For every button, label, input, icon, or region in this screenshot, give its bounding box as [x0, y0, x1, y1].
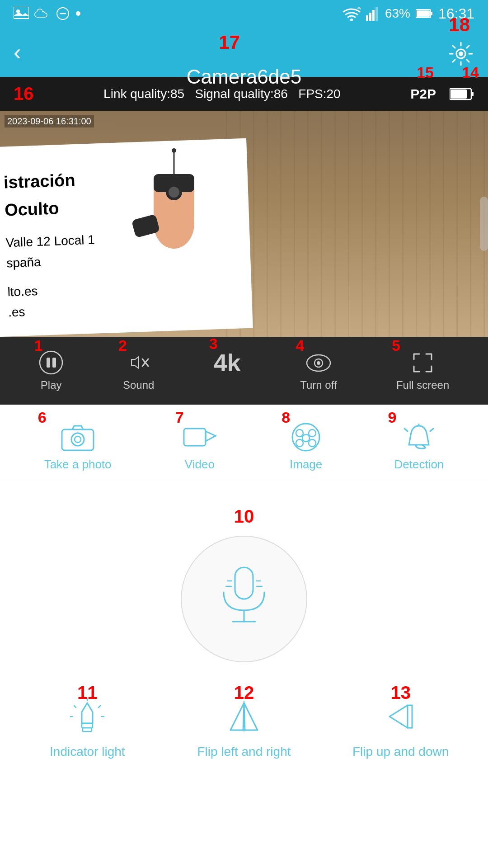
- indicator-label: Indicator light: [50, 745, 125, 759]
- svg-point-35: [71, 433, 84, 446]
- label-8: 8: [282, 409, 290, 426]
- p2p-status: P2P: [410, 86, 436, 102]
- svg-rect-48: [235, 567, 253, 599]
- svg-point-5: [350, 19, 353, 21]
- quality-label: .: [225, 380, 229, 393]
- nav-bar: ‹ 17 Camera6de5 18: [0, 27, 488, 77]
- label-15: 15: [417, 64, 434, 81]
- svg-point-26: [40, 351, 62, 374]
- flip-lr-button[interactable]: 12 Flip left and right: [181, 698, 307, 759]
- svg-line-59: [99, 706, 100, 708]
- svg-rect-8: [372, 10, 375, 21]
- label-2: 2: [118, 337, 127, 354]
- bottom-row: 11 Indicator light 12 Flip left and righ…: [0, 689, 488, 780]
- alarm-icon: [401, 421, 437, 453]
- label-13: 13: [390, 683, 411, 703]
- mic-button[interactable]: [181, 536, 307, 662]
- info-right: 15 14 P2P: [410, 86, 474, 102]
- camera-text: istración Oculto Valle 12 Local 1 spaña …: [3, 166, 98, 323]
- label-3: 3: [209, 335, 218, 353]
- sound-label: Sound: [123, 379, 154, 392]
- label-11: 11: [77, 683, 98, 703]
- svg-point-19: [172, 148, 176, 153]
- svg-rect-9: [375, 7, 378, 21]
- video-button[interactable]: 7 Video: [182, 421, 218, 472]
- svg-rect-27: [47, 358, 50, 368]
- flip-h-icon: [226, 698, 262, 739]
- svg-rect-37: [184, 429, 206, 446]
- indicator-light-button[interactable]: 11 Indicator light: [24, 698, 150, 759]
- status-bar: 63% 16:31: [0, 0, 488, 27]
- svg-point-41: [309, 429, 316, 437]
- svg-point-40: [296, 429, 303, 437]
- light-icon: [69, 698, 105, 739]
- eye-off-icon: [305, 350, 332, 375]
- label-6: 6: [38, 409, 47, 426]
- video-icon: [182, 421, 218, 453]
- 4k-label: 4k: [214, 349, 241, 377]
- link-quality-text: Link quality:85 Signal quality:86 FPS:20: [34, 87, 411, 101]
- image-button[interactable]: 8 Image: [288, 421, 324, 472]
- svg-marker-38: [206, 431, 216, 441]
- label-18: 18: [449, 14, 470, 36]
- mic-section: 10: [0, 479, 488, 680]
- label-10: 10: [234, 506, 254, 527]
- photo-button[interactable]: 6 Take a photo: [44, 421, 112, 472]
- label-5: 5: [392, 337, 400, 354]
- flip-ud-button[interactable]: 13 Flip up and down: [338, 698, 464, 759]
- svg-point-44: [302, 434, 310, 442]
- label-4: 4: [296, 337, 304, 354]
- image-label: Image: [290, 458, 322, 472]
- svg-rect-11: [417, 10, 430, 17]
- mute-icon: [126, 350, 151, 375]
- svg-point-33: [317, 361, 320, 365]
- play-button[interactable]: 1 Play: [39, 350, 64, 392]
- svg-marker-65: [389, 705, 408, 728]
- battery-level-icon: [450, 87, 474, 101]
- image-icon: [288, 421, 324, 453]
- detection-button[interactable]: 9 Detection: [394, 421, 444, 472]
- svg-point-42: [296, 439, 303, 447]
- minus-icon: [56, 7, 70, 20]
- label-16: 16: [14, 84, 34, 104]
- label-9: 9: [388, 409, 396, 426]
- svg-rect-7: [369, 13, 371, 21]
- video-label: Video: [185, 458, 215, 472]
- label-17: 17: [219, 32, 240, 53]
- fullscreen-label: Full screen: [396, 379, 449, 392]
- camera-feed: 2023-09-06 16:31:00 istración Oculto Val…: [0, 111, 488, 337]
- flip-v-icon: [383, 698, 419, 739]
- controls-bar: 1 Play 2 Sound 3 4k . 4 Turn off: [0, 337, 488, 405]
- play-label: Play: [41, 379, 62, 392]
- photo-label: Take a photo: [44, 458, 112, 472]
- svg-rect-28: [52, 358, 56, 368]
- turnoff-button[interactable]: 4 Turn off: [300, 350, 337, 392]
- flip-lr-label: Flip left and right: [197, 745, 291, 759]
- signal-icon: [366, 6, 380, 21]
- scroll-indicator[interactable]: [480, 197, 488, 251]
- svg-marker-63: [244, 703, 258, 730]
- microphone-icon: [212, 563, 276, 635]
- svg-rect-56: [83, 728, 92, 731]
- label-12: 12: [234, 683, 254, 703]
- svg-line-47: [430, 429, 433, 431]
- fullscreen-button[interactable]: 5 Full screen: [396, 350, 449, 392]
- wifi-icon: [343, 6, 361, 21]
- svg-rect-0: [14, 7, 29, 19]
- sound-button[interactable]: 2 Sound: [123, 350, 154, 392]
- label-14: 14: [462, 64, 479, 81]
- back-button[interactable]: ‹: [14, 39, 21, 65]
- svg-marker-62: [230, 703, 244, 730]
- svg-point-22: [154, 199, 194, 249]
- svg-point-4: [76, 11, 80, 16]
- svg-rect-17: [471, 92, 474, 96]
- svg-point-39: [292, 424, 319, 451]
- svg-rect-12: [431, 12, 432, 15]
- dot-icon: [75, 10, 81, 17]
- detection-label: Detection: [394, 458, 444, 472]
- cloud-icon: [34, 7, 51, 20]
- svg-point-14: [459, 52, 463, 56]
- image-status-icon: [14, 7, 29, 20]
- quality-button[interactable]: 3 4k .: [214, 349, 241, 393]
- nav-right-icons: 18: [447, 37, 474, 67]
